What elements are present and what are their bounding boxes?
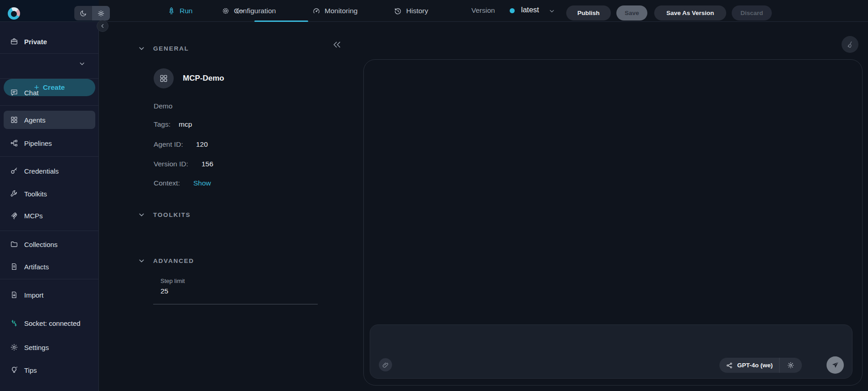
context-show-link[interactable]: Show: [193, 179, 211, 187]
sidebar-item-mcps[interactable]: MCPs: [0, 206, 99, 225]
sidebar-item-label: Settings: [24, 344, 49, 351]
chevron-left-icon: [99, 23, 106, 29]
divider: [0, 231, 99, 231]
paperclip-icon: [382, 361, 389, 369]
sidebar-item-collections[interactable]: Collections: [0, 235, 99, 253]
history-icon: [394, 7, 402, 15]
theme-toggle[interactable]: [74, 6, 110, 21]
tab-monitoring-label: Monitoring: [325, 7, 357, 15]
agent-avatar: [154, 68, 174, 88]
gauge-icon: [312, 7, 320, 15]
model-settings-button[interactable]: [780, 361, 802, 369]
socket-status-label: Socket: connected: [24, 319, 80, 327]
sidebar-item-label: Credentials: [24, 167, 59, 175]
tags-value: mcp: [179, 120, 192, 129]
section-advanced[interactable]: ADVANCED: [138, 257, 194, 265]
mcp-icon: [10, 211, 18, 220]
tab-history-label: History: [406, 7, 428, 15]
agent-id-value: 120: [196, 140, 208, 149]
chevron-down-icon: [138, 211, 145, 219]
socket-status: Socket: connected: [0, 314, 99, 332]
wrench-icon: [10, 190, 18, 198]
sun-icon: [97, 10, 105, 17]
model-value: GPT-4o (we): [737, 362, 773, 369]
topbar-left-section: [0, 0, 99, 22]
chevron-down-icon: [138, 45, 145, 52]
send-icon: [831, 361, 839, 369]
clear-chat-button[interactable]: [842, 36, 858, 53]
tab-run[interactable]: Run: [167, 0, 192, 22]
sidebar-item-label: Agents: [24, 116, 46, 124]
divider: [0, 156, 99, 157]
model-selector-main[interactable]: GPT-4o (we): [719, 362, 779, 369]
share-network-icon: [726, 362, 733, 369]
gear-icon: [787, 361, 795, 369]
tags-label: Tags:: [154, 120, 170, 129]
version-label: Version: [471, 6, 495, 15]
theme-light-button[interactable]: [92, 6, 110, 21]
sidebar-item-settings[interactable]: Settings: [0, 338, 99, 356]
divider: [0, 53, 99, 54]
panel-collapse-button[interactable]: [332, 39, 342, 50]
file-import-icon: [10, 291, 18, 299]
save-as-version-button[interactable]: Save As Version: [654, 5, 726, 21]
sidebar-item-label: Tips: [24, 366, 37, 374]
sidebar-item-label: MCPs: [24, 212, 43, 220]
app-logo[interactable]: [8, 7, 20, 20]
chevron-down-icon: [138, 257, 145, 265]
folder-icon: [10, 240, 18, 248]
tab-configuration[interactable]: Configuration: [222, 0, 276, 22]
sidebar-item-credentials[interactable]: Credentials: [0, 162, 99, 180]
chevron-down-icon[interactable]: [548, 8, 555, 15]
chat-icon: [10, 88, 18, 97]
discard-button[interactable]: Discard: [732, 5, 772, 21]
publish-button[interactable]: Publish: [566, 5, 611, 21]
settings-gear-icon: [10, 343, 18, 351]
version-selector-value[interactable]: latest: [521, 5, 539, 14]
section-general[interactable]: GENERAL: [138, 45, 189, 52]
sidebar: Private + Create Chat Agents Pipelines C…: [0, 22, 99, 391]
sidebar-item-artifacts[interactable]: Artifacts: [0, 257, 99, 276]
sidebar-item-label: Import: [24, 291, 44, 299]
tab-history[interactable]: History: [394, 0, 428, 22]
sidebar-item-chat[interactable]: Chat: [0, 83, 99, 102]
file-icon: [10, 262, 18, 271]
model-selector[interactable]: GPT-4o (we): [719, 358, 802, 373]
rocket-icon: [167, 7, 176, 15]
sidebar-item-label: Collections: [24, 241, 57, 248]
topbar: Run Configuration Monitoring History Ver…: [99, 0, 868, 22]
tab-monitoring[interactable]: Monitoring: [312, 0, 357, 22]
step-limit-input[interactable]: 25: [160, 287, 168, 295]
briefcase-icon: [10, 37, 18, 46]
save-button[interactable]: Save: [616, 5, 647, 21]
section-advanced-title: ADVANCED: [153, 257, 194, 264]
divider: [0, 78, 99, 79]
sidebar-item-import[interactable]: Import: [0, 286, 99, 304]
socket-plug-icon: [10, 319, 18, 327]
sidebar-item-pipelines[interactable]: Pipelines: [0, 134, 99, 152]
version-id-value: 156: [202, 160, 213, 168]
tab-run-label: Run: [180, 7, 192, 15]
gear-icon: [222, 7, 230, 15]
tab-configuration-label: Configuration: [234, 7, 276, 15]
sidebar-item-toolkits[interactable]: Toolkits: [0, 185, 99, 203]
workspace-chevron-icon[interactable]: [78, 60, 86, 67]
workspace-label: Private: [24, 38, 47, 46]
moon-icon: [79, 10, 87, 17]
agent-id-label: Agent ID:: [154, 140, 183, 149]
section-toolkits[interactable]: TOOLKITS: [138, 211, 191, 219]
theme-dark-button[interactable]: [74, 6, 92, 21]
send-button[interactable]: [827, 356, 844, 374]
agent-description: Demo: [154, 102, 172, 110]
agents-grid-icon: [10, 116, 18, 124]
workspace-selector[interactable]: Private: [0, 32, 99, 51]
section-toolkits-title: TOOLKITS: [153, 211, 191, 218]
sidebar-item-agents[interactable]: Agents: [0, 111, 99, 129]
sidebar-item-label: Artifacts: [24, 263, 49, 271]
sidebar-item-tips[interactable]: Tips: [0, 361, 99, 379]
section-general-title: GENERAL: [153, 45, 189, 52]
attach-file-button[interactable]: [379, 358, 392, 371]
sidebar-collapse-button[interactable]: [97, 20, 108, 32]
divider: [0, 105, 99, 106]
sidebar-item-label: Chat: [24, 89, 39, 97]
